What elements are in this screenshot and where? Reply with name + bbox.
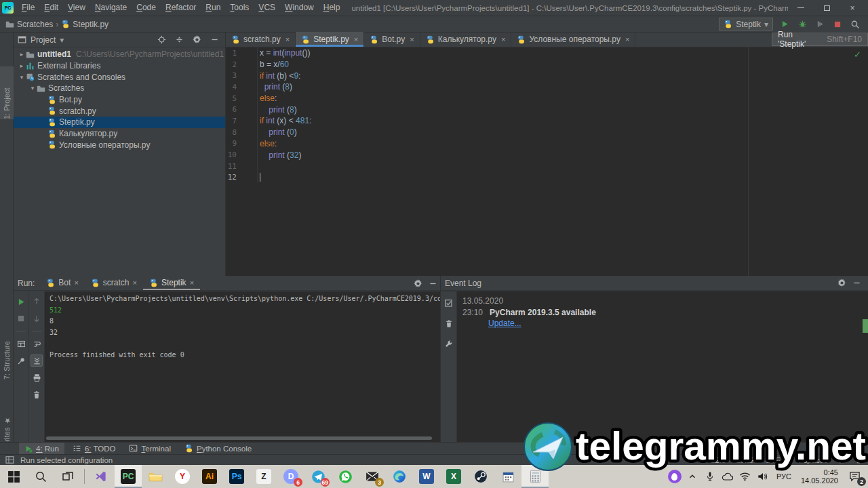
- run-config-selector[interactable]: Steptik ▾: [719, 18, 773, 30]
- stop-button[interactable]: [15, 312, 27, 325]
- taskbar-app-calendar[interactable]: [494, 465, 521, 488]
- file-encoding[interactable]: UTF-8: [765, 456, 787, 464]
- tree-item-External-Libraries[interactable]: ▸External Libraries: [14, 60, 225, 72]
- code-line-7[interactable]: 7if int (x) < 481:: [226, 115, 868, 127]
- line-ending[interactable]: CRLF: [735, 456, 755, 464]
- menu-view[interactable]: View: [63, 0, 90, 16]
- chevron-down-icon[interactable]: ▾: [60, 35, 64, 45]
- menu-edit[interactable]: Edit: [39, 0, 63, 16]
- menu-refactor[interactable]: Refactor: [161, 0, 201, 16]
- taskbar-app-word[interactable]: W: [413, 465, 440, 488]
- run-tab-Steptik[interactable]: Steptik×: [143, 275, 200, 290]
- taskbar-app-yandex-browser[interactable]: Y: [169, 465, 196, 488]
- tree-item-Условные-операторы.py[interactable]: Условные операторы.py: [14, 140, 225, 151]
- print-button[interactable]: [31, 371, 43, 384]
- tab-close-icon[interactable]: ×: [501, 35, 505, 43]
- project-panel-title[interactable]: Project: [31, 35, 56, 45]
- taskbar-task-view-button[interactable]: [54, 465, 81, 488]
- alice-assistant-icon[interactable]: [667, 466, 683, 487]
- menu-file[interactable]: File: [17, 0, 39, 16]
- editor-tab-Steptik.py[interactable]: Steptik.py×: [296, 32, 364, 47]
- menu-navigate[interactable]: Navigate: [90, 0, 132, 16]
- tab-close-icon[interactable]: ×: [410, 35, 414, 43]
- wifi-icon[interactable]: [737, 466, 753, 487]
- restore-layout-button[interactable]: [15, 338, 27, 350]
- tab-close-icon[interactable]: ×: [190, 279, 194, 287]
- event-log-settings-button[interactable]: [443, 338, 455, 350]
- taskbar-app-telegram[interactable]: 69: [304, 465, 332, 488]
- inspections-ok-icon[interactable]: ✓: [854, 49, 861, 60]
- code-line-4[interactable]: 4 print (8): [226, 81, 868, 93]
- taskbar-app-excel[interactable]: X: [440, 465, 467, 488]
- settings-gear-icon[interactable]: [834, 277, 849, 290]
- tree-arrow-icon[interactable]: ▸: [18, 62, 26, 69]
- readonly-lock-icon[interactable]: [837, 456, 845, 464]
- run-tab-scratch[interactable]: scratch×: [85, 275, 143, 290]
- hide-panel-button[interactable]: [425, 277, 440, 290]
- run-tab-Bot[interactable]: Bot×: [40, 275, 84, 290]
- tree-item-scratch.py[interactable]: scratch.py: [14, 105, 225, 117]
- editor-tab-scratch.py[interactable]: scratch.py×: [226, 32, 296, 47]
- debug-button[interactable]: [796, 18, 808, 30]
- taskbar-app-pycharm[interactable]: PC: [115, 465, 142, 488]
- code-line-11[interactable]: 11: [226, 161, 868, 172]
- toolwindow-project-button[interactable]: 1: Project: [0, 66, 14, 119]
- search-everywhere-button[interactable]: [849, 18, 861, 30]
- taskbar-app-whatsapp[interactable]: [332, 465, 359, 488]
- tree-item-Scratches-and-Consoles[interactable]: ▾Scratches and Consoles: [14, 71, 225, 83]
- toolwindow-switcher-icon[interactable]: [4, 456, 15, 464]
- language-indicator[interactable]: РУС: [772, 472, 795, 481]
- tree-item-Bot.py[interactable]: Bot.py: [14, 94, 225, 106]
- tab-close-icon[interactable]: ×: [625, 35, 629, 43]
- update-link[interactable]: Update...: [488, 319, 521, 328]
- hide-panel-button[interactable]: [208, 34, 221, 46]
- collapse-all-button[interactable]: [172, 34, 186, 46]
- code-line-9[interactable]: 9else:: [226, 138, 868, 150]
- code-line-8[interactable]: 8 print (0): [226, 127, 868, 138]
- code-line-1[interactable]: 1x = int(input()): [226, 47, 868, 59]
- toolwindow-structure-button[interactable]: 7: Structure: [0, 317, 14, 380]
- select-opened-file-button[interactable]: [155, 34, 168, 46]
- console-output[interactable]: C:\Users\User\PycharmProjects\untitled\v…: [45, 291, 440, 442]
- caret-position[interactable]: 12:1: [711, 456, 726, 464]
- mark-all-read-button[interactable]: [443, 297, 455, 309]
- tab-close-icon[interactable]: ×: [74, 279, 78, 287]
- taskbar-start-button[interactable]: [0, 465, 27, 488]
- run-button[interactable]: [778, 18, 791, 30]
- inspection-profile-icon[interactable]: [854, 456, 863, 464]
- menu-help[interactable]: Help: [319, 0, 345, 16]
- volume-icon[interactable]: [755, 466, 771, 487]
- editor-tab-Калькулятор.py[interactable]: Калькулятор.py×: [420, 32, 512, 47]
- pin-tab-button[interactable]: [15, 354, 27, 367]
- editor-tab-Условные операторы.py[interactable]: Условные операторы.py×: [511, 32, 635, 47]
- settings-gear-icon[interactable]: [190, 34, 203, 46]
- taskbar-app-steam[interactable]: [467, 465, 494, 488]
- tree-arrow-icon[interactable]: ▾: [18, 74, 26, 81]
- scroll-to-end-button[interactable]: [31, 354, 43, 367]
- menu-vcs[interactable]: VCS: [254, 0, 280, 16]
- soft-wrap-button[interactable]: [31, 338, 43, 350]
- indent-style[interactable]: 4 spaces: [797, 456, 828, 464]
- taskbar-app-photoshop[interactable]: Ps: [223, 465, 250, 488]
- toolwindow-python-console-button[interactable]: Python Console: [179, 443, 257, 455]
- notifications-button[interactable]: 2: [844, 466, 865, 487]
- code-line-12[interactable]: 12: [226, 172, 868, 184]
- taskbar-search-button[interactable]: [27, 465, 54, 488]
- clear-all-button[interactable]: [31, 388, 43, 401]
- tree-item-Steptik.py[interactable]: Steptik.py: [14, 117, 225, 128]
- microphone-icon[interactable]: [702, 466, 718, 487]
- hidden-icons-chevron-icon[interactable]: [684, 466, 701, 487]
- taskbar-app-edge[interactable]: [386, 465, 413, 488]
- clock[interactable]: 0:4514.05.2020: [797, 468, 842, 485]
- rerun-button[interactable]: [15, 296, 27, 308]
- breadcrumb-folder[interactable]: Scratches: [17, 20, 53, 29]
- menu-tools[interactable]: Tools: [225, 0, 254, 16]
- toolwindow-6-todo-button[interactable]: 6: TODO: [67, 443, 121, 455]
- settings-gear-icon[interactable]: [410, 277, 425, 290]
- hide-panel-button[interactable]: [849, 277, 864, 290]
- tab-close-icon[interactable]: ×: [133, 279, 137, 287]
- taskbar-app-zbrush[interactable]: Z: [250, 465, 277, 488]
- menu-run[interactable]: Run: [201, 0, 225, 16]
- code-line-3[interactable]: 3if int (b) <9:: [226, 70, 868, 81]
- close-button[interactable]: ×: [840, 1, 865, 16]
